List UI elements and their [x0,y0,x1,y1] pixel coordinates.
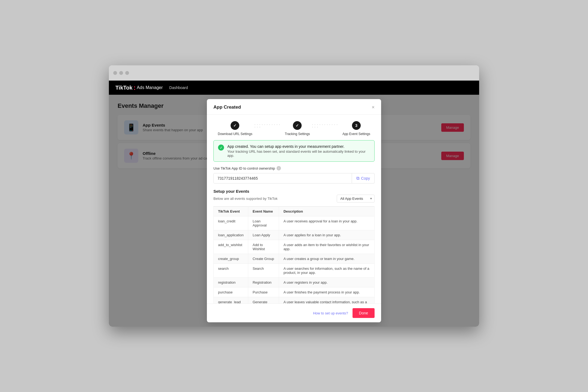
stepper: ✓ Download URL Settings • • • • • • • • … [207,115,381,140]
cell-event-name: Registration [248,278,279,287]
event-filter-select[interactable]: All App Events Standard Events Custom Ev… [337,195,375,203]
app-id-section: Use TikTok App ID to control ownership i… [207,166,381,183]
tiktok-logo: TikTok : Ads Manager [115,84,163,91]
step-dots-1: • • • • • • • • • • • • • • [255,123,283,128]
cell-tiktok-event: generate_lead [214,297,248,304]
browser-content: TikTok : Ads Manager Dashboard Events Ma… [109,81,479,327]
table-row: create_group Create Group A user creates… [214,254,375,264]
cell-event-name: Create Group [248,254,279,264]
done-button[interactable]: Done [353,308,375,318]
copy-icon: ⧉ [356,176,359,181]
success-banner: ✓ App created. You can setup app events … [213,140,375,162]
table-row: loan_application Loan Apply A user appli… [214,230,375,240]
cell-event-name: Purchase [248,287,279,297]
modal-footer: How to set up events? Done [207,304,381,322]
col-header-description: Description [279,207,375,216]
modal-overlay: App Created × ✓ Download URL Settings [109,95,479,327]
setup-events-title: Setup your Events [207,189,381,194]
cell-tiktok-event: purchase [214,287,248,297]
table-head: TikTok Event Event Name Description [214,207,375,216]
nav-dashboard[interactable]: Dashboard [169,85,188,90]
success-check-icon: ✓ [218,145,224,151]
cell-tiktok-event: create_group [214,254,248,264]
cell-event-name: Loan Apply [248,230,279,240]
dots-2: • • • • • • • • • • • • • • [312,123,340,128]
cell-description: A user creates a group or team in your g… [279,254,375,264]
app-id-field: 7317719118243774465 ⧉ Copy [213,173,375,183]
step-2-label: Tracking Settings [285,132,310,136]
browser-dot-red [113,71,117,75]
app-background: TikTok : Ads Manager Dashboard Events Ma… [109,81,479,327]
logo-dot: : [134,84,136,91]
cell-event-name: Add to Wishlist [248,240,279,254]
app-id-label-text: Use TikTok App ID to control ownership [213,166,275,170]
setup-events-desc: Below are all events supported by TikTok [213,197,278,201]
step-dots-2: • • • • • • • • • • • • • • [312,123,340,128]
modal-close-button[interactable]: × [372,105,375,110]
app-created-modal: App Created × ✓ Download URL Settings [207,99,381,322]
table-row: loan_credit Loan Approval A user receive… [214,216,375,230]
filter-select-wrapper: All App Events Standard Events Custom Ev… [337,195,375,203]
table-row: search Search A user searches for inform… [214,264,375,278]
cell-tiktok-event: loan_application [214,230,248,240]
table-row: add_to_wishlist Add to Wishlist A user a… [214,240,375,254]
step-1-label: Download URL Settings [218,132,252,136]
logo-tiktok-text: TikTok [115,85,133,91]
step-2: ✓ Tracking Settings [285,121,310,136]
step-3-label: App Event Settings [342,132,370,136]
step-3: 3 App Event Settings [342,121,370,136]
modal-header: App Created × [207,99,381,115]
table-header-row: TikTok Event Event Name Description [214,207,375,216]
cell-description: A user searches for information, such as… [279,264,375,278]
cell-description: A user adds an item to their favorites o… [279,240,375,254]
table-row: registration Registration A user registe… [214,278,375,287]
success-sub-text: Your tracking URL has been set, and stan… [227,149,370,158]
success-main-text: App created. You can setup app events in… [227,144,370,149]
copy-button[interactable]: ⧉ Copy [352,176,374,181]
info-icon: i [277,166,281,170]
step-1: ✓ Download URL Settings [218,121,252,136]
main-content: Events Manager 📱 App Events Share events… [109,95,479,327]
col-header-tiktok-event: TikTok Event [214,207,248,216]
modal-body[interactable]: ✓ Download URL Settings • • • • • • • • … [207,115,381,304]
cell-description: A user applies for a loan in your app. [279,230,375,240]
step-1-circle: ✓ [231,121,239,130]
table-row: purchase Purchase A user finishes the pa… [214,287,375,297]
cell-event-name: Generate Lead [248,297,279,304]
cell-event-name: Search [248,264,279,278]
app-id-label: Use TikTok App ID to control ownership i [213,166,375,170]
step-2-circle: ✓ [293,121,302,130]
setup-desc-row: Below are all events supported by TikTok… [207,195,381,203]
app-id-value: 7317719118243774465 [214,173,352,183]
cell-description: A user leaves valuable contact informati… [279,297,375,304]
modal-title: App Created [213,105,241,110]
cell-event-name: Loan Approval [248,216,279,230]
cell-tiktok-event: registration [214,278,248,287]
help-link[interactable]: How to set up events? [313,311,348,315]
table-row: generate_lead Generate Lead A user leave… [214,297,375,304]
dots-1: • • • • • • • • • • • • • • [255,123,283,128]
cell-description: A user registers in your app. [279,278,375,287]
cell-tiktok-event: add_to_wishlist [214,240,248,254]
cell-tiktok-event: loan_credit [214,216,248,230]
cell-tiktok-event: search [214,264,248,278]
top-nav: TikTok : Ads Manager Dashboard [109,81,479,95]
cell-description: A user finishes the payment process in y… [279,287,375,297]
browser-chrome [109,65,479,81]
table-body: loan_credit Loan Approval A user receive… [214,216,375,304]
success-text-container: App created. You can setup app events in… [227,144,370,158]
browser-dot-green [125,71,129,75]
step-3-circle: 3 [352,121,361,130]
events-table: TikTok Event Event Name Description loan… [213,206,375,304]
events-table-wrapper: TikTok Event Event Name Description loan… [207,206,381,304]
col-header-event-name: Event Name [248,207,279,216]
browser-dot-yellow [119,71,123,75]
logo-ads-manager: Ads Manager [137,85,163,90]
cell-description: A user receives approval for a loan in y… [279,216,375,230]
copy-label: Copy [361,176,370,180]
browser-window: TikTok : Ads Manager Dashboard Events Ma… [109,65,479,327]
